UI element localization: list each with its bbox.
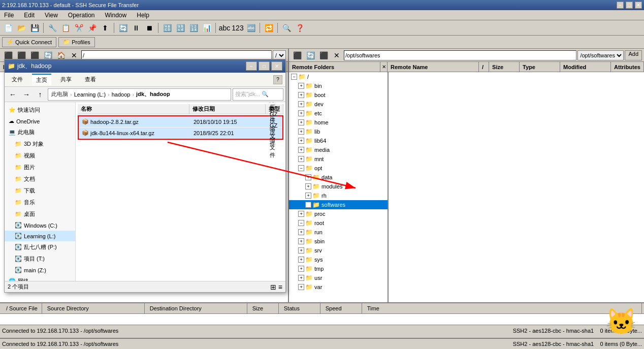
expand-icon[interactable]: − (298, 165, 304, 171)
toolbar-btn16[interactable]: 🔁 (263, 22, 275, 34)
tree-item-lib64[interactable]: +📁lib64 (289, 136, 388, 145)
toolbar-btn3[interactable]: ✂️ (73, 22, 85, 34)
right-path-dropdown[interactable]: /opt/softwares (577, 50, 624, 60)
file-row-jdk[interactable]: 📦 jdk-8u144-linux-x64.tar.gz 2018/9/25 2… (79, 128, 282, 139)
tree-item-boot[interactable]: +📁boot (289, 90, 388, 100)
expand-icon[interactable]: + (298, 156, 304, 162)
sidebar-item-下载[interactable]: 📁下载 (5, 185, 75, 197)
sidebar-item-网络[interactable]: 🌐网络 (5, 275, 75, 281)
right-path-input[interactable] (344, 50, 576, 60)
explorer-maximize[interactable]: □ (259, 61, 270, 71)
explorer-forward-btn[interactable]: → (20, 88, 33, 101)
right-add-btn[interactable]: Add (625, 50, 642, 60)
expand-icon[interactable]: + (298, 119, 304, 125)
tree-item-proc[interactable]: +📁proc (289, 209, 388, 218)
view-list-btn[interactable]: ≡ (278, 283, 282, 291)
toolbar-btn8[interactable]: ⏹ (143, 22, 155, 34)
toolbar-btn14[interactable]: 123 (232, 22, 244, 34)
sidebar-item-快速访问[interactable]: ⭐快速访问 (5, 104, 75, 116)
tree-item-bin[interactable]: +📁bin (289, 81, 388, 90)
sidebar-item-视频[interactable]: 📁视频 (5, 150, 75, 162)
expand-icon[interactable]: + (298, 110, 304, 116)
tree-item-opt[interactable]: −📁opt (289, 164, 388, 173)
tree-item-/[interactable]: −📁/ (289, 72, 388, 81)
menu-file[interactable]: File (2, 11, 16, 20)
tree-item-dev[interactable]: +📁dev (289, 100, 388, 109)
ribbon-help[interactable]: ? (273, 75, 282, 84)
expand-icon[interactable]: + (298, 83, 304, 89)
remote-folders-close[interactable]: ✕ (380, 62, 388, 72)
sidebar-item-项目 (T:)[interactable]: 💽项目 (T:) (5, 253, 75, 265)
tree-item-home[interactable]: +📁home (289, 118, 388, 127)
menu-edit[interactable]: Edit (22, 11, 37, 20)
ribbon-tab-file[interactable]: 文件 (8, 74, 27, 85)
right-delete[interactable]: ✕ (331, 49, 343, 61)
sidebar-item-桌面[interactable]: 📁桌面 (5, 208, 75, 220)
expand-icon[interactable]: + (298, 257, 304, 263)
toolbar-btn4[interactable]: 📌 (86, 22, 98, 34)
sidebar-item-Windows (C:)[interactable]: 💽Windows (C:) (5, 220, 75, 231)
close-btn[interactable]: ✕ (635, 2, 642, 9)
right-btn1[interactable]: ⬛ (317, 49, 330, 61)
tree-item-mnt[interactable]: +📁mnt (289, 154, 388, 164)
expand-icon[interactable]: + (298, 138, 304, 144)
right-refresh[interactable]: 🔄 (304, 49, 316, 61)
tree-item-softwares[interactable]: +📁softwares (289, 200, 388, 209)
tree-item-run[interactable]: +📁run (289, 228, 388, 237)
quick-connect-btn[interactable]: ⚡ Quick Connect (2, 37, 56, 47)
tree-item-modules[interactable]: +📁modules (289, 182, 388, 191)
sidebar-item-音乐[interactable]: 📁音乐 (5, 197, 75, 208)
toolbar-btn9[interactable]: 🔠 (161, 22, 173, 34)
expand-icon[interactable]: + (298, 284, 304, 290)
explorer-back-btn[interactable]: ← (7, 88, 19, 101)
toolbar-btn7[interactable]: ⏸ (130, 22, 142, 34)
toolbar-open[interactable]: 📂 (15, 22, 27, 34)
expand-icon[interactable]: − (298, 220, 304, 226)
view-grid-btn[interactable]: ⊞ (270, 283, 276, 291)
ribbon-tab-share[interactable]: 共享 (56, 74, 76, 85)
sidebar-item-乱七八糟 (P:)[interactable]: 💽乱七八糟 (P:) (5, 241, 75, 253)
maximize-btn[interactable]: □ (626, 2, 633, 9)
sidebar-item-main (Z:)[interactable]: 💽main (Z:) (5, 265, 75, 275)
sidebar-item-此电脑[interactable]: 💻此电脑 (5, 126, 75, 138)
toolbar-btn10[interactable]: 🔡 (174, 22, 186, 34)
expand-icon[interactable]: + (298, 229, 304, 235)
toolbar-btn15[interactable]: 🔤 (245, 22, 257, 34)
file-row-hadoop[interactable]: 📦 hadoop-2.8.2.tar.gz 2018/10/10 19:15 好… (79, 116, 282, 128)
ribbon-tab-home[interactable]: 主页 (32, 74, 51, 85)
toolbar-btn18[interactable]: ❓ (294, 22, 306, 34)
expand-icon[interactable]: + (298, 266, 304, 272)
tree-item-srv[interactable]: +📁srv (289, 246, 388, 255)
tree-item-root[interactable]: −📁root (289, 218, 388, 228)
minimize-btn[interactable]: − (617, 2, 624, 9)
tree-item-tmp[interactable]: +📁tmp (289, 264, 388, 273)
tree-item-var[interactable]: +📁var (289, 282, 388, 292)
tree-item-data[interactable]: +📁data (289, 173, 388, 182)
expand-icon[interactable]: + (298, 247, 304, 253)
explorer-minimize[interactable]: − (246, 61, 257, 71)
toolbar-new[interactable]: 📄 (2, 22, 14, 34)
tree-item-sbin[interactable]: +📁sbin (289, 237, 388, 246)
tree-item-rh[interactable]: +📁rh (289, 191, 388, 200)
menu-view[interactable]: View (43, 11, 60, 20)
expand-icon[interactable]: + (298, 101, 304, 107)
expand-icon[interactable]: + (298, 129, 304, 135)
explorer-close[interactable]: ✕ (271, 61, 282, 71)
explorer-up-btn[interactable]: ↑ (34, 88, 46, 101)
toolbar-btn13[interactable]: abc (218, 22, 231, 34)
sidebar-item-文档[interactable]: 📁文档 (5, 173, 75, 185)
toolbar-btn5[interactable]: ⬆ (99, 22, 111, 34)
right-nav-back[interactable]: ⬛ (291, 49, 303, 61)
sidebar-item-Learning (L:)[interactable]: 💽Learning (L:) (5, 231, 75, 241)
sidebar-item-3D 对象[interactable]: 📁3D 对象 (5, 138, 75, 150)
toolbar-btn6[interactable]: 🔄 (117, 22, 129, 34)
sidebar-item-OneDrive[interactable]: ☁OneDrive (5, 116, 75, 126)
expand-icon[interactable]: + (298, 147, 304, 153)
menu-help[interactable]: Help (135, 11, 151, 20)
tree-item-usr[interactable]: +📁usr (289, 273, 388, 282)
sidebar-item-图片[interactable]: 📁图片 (5, 162, 75, 173)
expand-icon[interactable]: + (298, 238, 304, 244)
expand-icon[interactable]: + (305, 174, 311, 180)
tree-item-lib[interactable]: +📁lib (289, 127, 388, 136)
toolbar-save[interactable]: 💾 (28, 22, 41, 34)
